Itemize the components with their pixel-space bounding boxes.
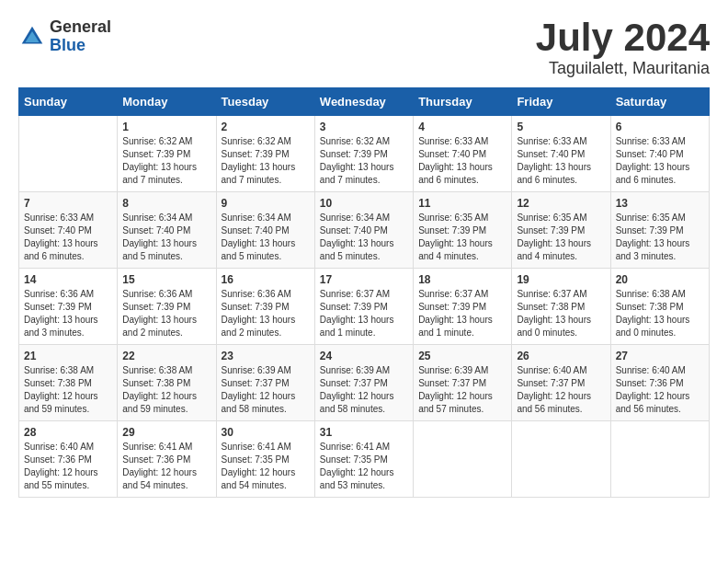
day-number: 27 — [616, 350, 704, 362]
calendar-cell — [512, 421, 610, 498]
calendar-cell: 1Sunrise: 6:32 AMSunset: 7:39 PMDaylight… — [118, 116, 216, 192]
day-info: Sunrise: 6:39 AMSunset: 7:37 PMDaylight:… — [222, 364, 310, 416]
day-info: Sunrise: 6:35 AMSunset: 7:39 PMDaylight:… — [616, 212, 704, 263]
calendar-cell: 10Sunrise: 6:34 AMSunset: 7:40 PMDayligh… — [314, 192, 413, 269]
calendar-cell: 13Sunrise: 6:35 AMSunset: 7:39 PMDayligh… — [610, 192, 709, 269]
day-number: 21 — [24, 350, 112, 362]
day-info: Sunrise: 6:41 AMSunset: 7:35 PMDaylight:… — [320, 441, 408, 492]
weekday-header-sunday: Sunday — [19, 88, 118, 116]
calendar-cell — [610, 421, 709, 498]
day-info: Sunrise: 6:34 AMSunset: 7:40 PMDaylight:… — [222, 212, 310, 263]
calendar-cell: 24Sunrise: 6:39 AMSunset: 7:37 PMDayligh… — [314, 345, 413, 421]
logo-text: General Blue — [50, 18, 111, 55]
calendar-cell: 17Sunrise: 6:37 AMSunset: 7:39 PMDayligh… — [314, 269, 413, 345]
calendar-cell: 25Sunrise: 6:39 AMSunset: 7:37 PMDayligh… — [414, 345, 512, 421]
day-number: 23 — [222, 350, 310, 362]
calendar-cell: 30Sunrise: 6:41 AMSunset: 7:35 PMDayligh… — [216, 421, 314, 498]
day-info: Sunrise: 6:40 AMSunset: 7:37 PMDaylight:… — [517, 364, 605, 416]
weekday-header-friday: Friday — [512, 88, 610, 116]
calendar-week-row: 14Sunrise: 6:36 AMSunset: 7:39 PMDayligh… — [19, 269, 710, 345]
day-info: Sunrise: 6:41 AMSunset: 7:35 PMDaylight:… — [222, 441, 310, 492]
calendar-cell: 22Sunrise: 6:38 AMSunset: 7:38 PMDayligh… — [118, 345, 216, 421]
day-info: Sunrise: 6:38 AMSunset: 7:38 PMDaylight:… — [616, 288, 704, 339]
weekday-header-tuesday: Tuesday — [216, 88, 314, 116]
calendar-cell: 21Sunrise: 6:38 AMSunset: 7:38 PMDayligh… — [19, 345, 118, 421]
day-info: Sunrise: 6:39 AMSunset: 7:37 PMDaylight:… — [418, 364, 506, 416]
day-number: 17 — [320, 273, 408, 286]
calendar-cell: 9Sunrise: 6:34 AMSunset: 7:40 PMDaylight… — [216, 192, 314, 269]
day-number: 22 — [122, 350, 210, 362]
weekday-header-monday: Monday — [118, 88, 216, 116]
day-info: Sunrise: 6:37 AMSunset: 7:39 PMDaylight:… — [418, 288, 506, 339]
day-number: 30 — [222, 426, 310, 439]
logo-general-text: General — [50, 18, 111, 37]
logo-icon — [18, 23, 46, 51]
day-number: 8 — [122, 197, 210, 210]
calendar-cell: 28Sunrise: 6:40 AMSunset: 7:36 PMDayligh… — [19, 421, 118, 498]
calendar-cell: 4Sunrise: 6:33 AMSunset: 7:40 PMDaylight… — [414, 116, 512, 192]
day-number: 26 — [517, 350, 605, 362]
day-info: Sunrise: 6:36 AMSunset: 7:39 PMDaylight:… — [222, 288, 310, 339]
day-info: Sunrise: 6:37 AMSunset: 7:39 PMDaylight:… — [320, 288, 408, 339]
calendar-week-row: 1Sunrise: 6:32 AMSunset: 7:39 PMDaylight… — [19, 116, 710, 192]
day-info: Sunrise: 6:32 AMSunset: 7:39 PMDaylight:… — [320, 135, 408, 187]
calendar-cell: 27Sunrise: 6:40 AMSunset: 7:36 PMDayligh… — [610, 345, 709, 421]
day-number: 31 — [320, 426, 408, 439]
calendar-cell: 26Sunrise: 6:40 AMSunset: 7:37 PMDayligh… — [512, 345, 610, 421]
calendar-cell: 16Sunrise: 6:36 AMSunset: 7:39 PMDayligh… — [216, 269, 314, 345]
calendar-cell: 2Sunrise: 6:32 AMSunset: 7:39 PMDaylight… — [216, 116, 314, 192]
location-title: Taguilalett, Mauritania — [536, 59, 710, 78]
calendar-cell: 5Sunrise: 6:33 AMSunset: 7:40 PMDaylight… — [512, 116, 610, 192]
day-number: 9 — [222, 197, 310, 210]
logo-blue-text: Blue — [50, 37, 111, 55]
day-number: 25 — [418, 350, 506, 362]
day-number: 11 — [418, 197, 506, 210]
day-number: 20 — [616, 273, 704, 286]
calendar-cell: 8Sunrise: 6:34 AMSunset: 7:40 PMDaylight… — [118, 192, 216, 269]
calendar-week-row: 21Sunrise: 6:38 AMSunset: 7:38 PMDayligh… — [19, 345, 710, 421]
day-number: 2 — [222, 121, 310, 133]
weekday-header-wednesday: Wednesday — [314, 88, 413, 116]
day-number: 14 — [24, 273, 112, 286]
calendar-cell: 31Sunrise: 6:41 AMSunset: 7:35 PMDayligh… — [314, 421, 413, 498]
day-info: Sunrise: 6:33 AMSunset: 7:40 PMDaylight:… — [616, 135, 704, 187]
month-title: July 2024 — [536, 18, 710, 57]
day-info: Sunrise: 6:41 AMSunset: 7:36 PMDaylight:… — [122, 441, 210, 492]
day-number: 3 — [320, 121, 408, 133]
calendar-cell: 20Sunrise: 6:38 AMSunset: 7:38 PMDayligh… — [610, 269, 709, 345]
day-info: Sunrise: 6:36 AMSunset: 7:39 PMDaylight:… — [24, 288, 112, 339]
day-info: Sunrise: 6:32 AMSunset: 7:39 PMDaylight:… — [122, 135, 210, 187]
title-section: July 2024 Taguilalett, Mauritania — [536, 18, 710, 78]
day-info: Sunrise: 6:40 AMSunset: 7:36 PMDaylight:… — [616, 364, 704, 416]
page-header: General Blue July 2024 Taguilalett, Maur… — [18, 18, 710, 78]
calendar-cell: 14Sunrise: 6:36 AMSunset: 7:39 PMDayligh… — [19, 269, 118, 345]
calendar-cell — [19, 116, 118, 192]
weekday-header-thursday: Thursday — [414, 88, 512, 116]
day-number: 29 — [122, 426, 210, 439]
day-info: Sunrise: 6:33 AMSunset: 7:40 PMDaylight:… — [24, 212, 112, 263]
day-number: 1 — [122, 121, 210, 133]
calendar-table: SundayMondayTuesdayWednesdayThursdayFrid… — [18, 87, 710, 498]
day-number: 16 — [222, 273, 310, 286]
day-info: Sunrise: 6:34 AMSunset: 7:40 PMDaylight:… — [320, 212, 408, 263]
day-info: Sunrise: 6:33 AMSunset: 7:40 PMDaylight:… — [418, 135, 506, 187]
day-info: Sunrise: 6:38 AMSunset: 7:38 PMDaylight:… — [122, 364, 210, 416]
day-number: 24 — [320, 350, 408, 362]
day-number: 13 — [616, 197, 704, 210]
day-number: 28 — [24, 426, 112, 439]
calendar-cell: 12Sunrise: 6:35 AMSunset: 7:39 PMDayligh… — [512, 192, 610, 269]
calendar-cell: 11Sunrise: 6:35 AMSunset: 7:39 PMDayligh… — [414, 192, 512, 269]
calendar-cell: 23Sunrise: 6:39 AMSunset: 7:37 PMDayligh… — [216, 345, 314, 421]
calendar-week-row: 7Sunrise: 6:33 AMSunset: 7:40 PMDaylight… — [19, 192, 710, 269]
day-info: Sunrise: 6:35 AMSunset: 7:39 PMDaylight:… — [418, 212, 506, 263]
day-number: 12 — [517, 197, 605, 210]
logo: General Blue — [18, 18, 111, 55]
day-number: 7 — [24, 197, 112, 210]
day-number: 4 — [418, 121, 506, 133]
day-number: 15 — [122, 273, 210, 286]
calendar-cell: 7Sunrise: 6:33 AMSunset: 7:40 PMDaylight… — [19, 192, 118, 269]
calendar-cell: 29Sunrise: 6:41 AMSunset: 7:36 PMDayligh… — [118, 421, 216, 498]
day-info: Sunrise: 6:40 AMSunset: 7:36 PMDaylight:… — [24, 441, 112, 492]
calendar-cell: 3Sunrise: 6:32 AMSunset: 7:39 PMDaylight… — [314, 116, 413, 192]
calendar-cell: 19Sunrise: 6:37 AMSunset: 7:38 PMDayligh… — [512, 269, 610, 345]
